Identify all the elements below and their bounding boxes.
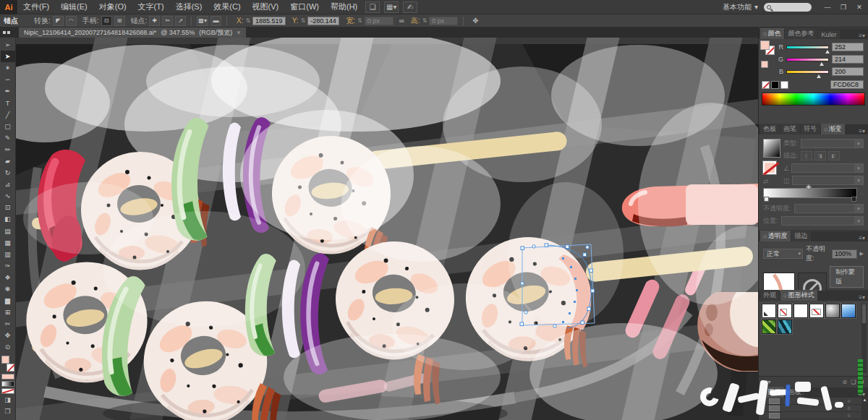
eyedropper-tool[interactable]: ✑ <box>1 260 15 272</box>
fill-stroke-proxy[interactable] <box>1 355 15 372</box>
last-color-swatch[interactable] <box>761 61 768 68</box>
green-texture-style[interactable] <box>762 320 776 334</box>
menu-item-7[interactable]: 窗口(W) <box>284 0 325 14</box>
close-document-icon[interactable]: × <box>237 29 240 36</box>
restore-button[interactable]: ❐ <box>836 1 851 13</box>
color-menu-icon[interactable]: ≡▾ <box>856 33 868 39</box>
menu-item-1[interactable]: 编辑(E) <box>55 0 93 14</box>
none-swatch[interactable] <box>762 81 770 89</box>
white-swatch[interactable] <box>780 81 788 89</box>
default-style[interactable] <box>762 304 776 318</box>
gradient-slider[interactable] <box>763 188 857 198</box>
styles-tab-1[interactable]: ◇图形样式 <box>780 290 817 301</box>
search-input[interactable] <box>764 3 812 12</box>
menu-item-0[interactable]: 文件(F) <box>17 0 55 14</box>
fill-proxy[interactable] <box>760 40 770 50</box>
lasso-tool[interactable]: ∽ <box>1 74 15 85</box>
menu-item-5[interactable]: 效果(C) <box>208 0 246 14</box>
pencil-tool[interactable]: ✏ <box>1 144 15 155</box>
fills-offset-style[interactable] <box>809 304 824 318</box>
gradient-midpoint[interactable] <box>805 184 811 190</box>
draw-mode-button[interactable]: ◨ <box>1 394 15 406</box>
workspace-switcher[interactable]: 基本功能 ▾ <box>717 2 764 12</box>
x-stepper[interactable]: ⇅ <box>245 17 250 24</box>
paintbrush-tool[interactable]: ✎ <box>1 132 15 144</box>
hand-tool[interactable]: ✥ <box>1 330 15 341</box>
styles-tab-0[interactable]: 外观 <box>760 290 780 301</box>
perspective-grid-tool[interactable]: ▤ <box>1 226 15 237</box>
artwork-canvas[interactable] <box>16 38 758 420</box>
gradient-location-field[interactable]: ▾ <box>781 216 864 226</box>
scroll-up-icon[interactable]: ▲ <box>863 398 867 402</box>
transparency-tab-1[interactable]: 描边 <box>791 231 811 241</box>
channel-slider[interactable] <box>786 46 829 49</box>
document-tab[interactable]: Nipic_12106414_20200727164818426088.ai* … <box>19 27 246 38</box>
y-stepper[interactable]: ⇅ <box>301 17 306 24</box>
blue-gradient-style[interactable] <box>841 304 856 318</box>
make-mask-button[interactable]: 制作蒙版 <box>830 266 864 288</box>
gradient-mode-button[interactable] <box>1 381 14 387</box>
slider-thumb[interactable] <box>820 62 824 66</box>
isolate-mask-icon[interactable]: ▩▾ <box>197 16 208 26</box>
swatch-group-tab-0[interactable]: 色板 <box>760 124 780 134</box>
direct-selection-tool[interactable]: ➤ <box>1 51 15 62</box>
add-anchor-icon[interactable]: ✚ <box>149 16 160 26</box>
teal-texture-style[interactable] <box>778 320 792 334</box>
color-proxy[interactable] <box>759 39 776 74</box>
layer-row[interactable]: ○ <box>759 398 868 405</box>
width-field[interactable]: 0 px <box>365 17 393 25</box>
stroke-across-icon[interactable]: ◧ <box>828 151 840 160</box>
white-style[interactable] <box>793 304 808 318</box>
layer-target-icon[interactable]: ○ <box>842 406 855 411</box>
hide-handles-icon[interactable]: ⊞ <box>114 16 125 26</box>
blend-tool[interactable]: ❖ <box>1 272 15 283</box>
connect-anchor-icon[interactable]: ➚ <box>175 16 186 26</box>
close-button[interactable]: ✕ <box>852 1 867 13</box>
gradient-angle-field[interactable]: ▾ <box>791 163 864 173</box>
free-transform-tool[interactable]: ⊡ <box>1 202 15 213</box>
layers-tab-0[interactable]: ◇图层 <box>760 387 784 398</box>
gray-sphere-style[interactable] <box>825 304 840 318</box>
menu-item-4[interactable]: 选择(S) <box>170 0 208 14</box>
layer-target-icon[interactable]: ○ <box>842 413 855 418</box>
link-dimensions-icon[interactable]: ∞ <box>399 17 404 25</box>
swatch-group-tab-3[interactable]: ◇渐变 <box>821 124 845 134</box>
gradient-stop-right[interactable] <box>851 197 856 202</box>
slice-tool[interactable]: ✂ <box>1 318 15 330</box>
swatch-group-tab-1[interactable]: 画笔 <box>780 124 800 134</box>
transparency-tab-0[interactable]: ◇透明度 <box>760 231 791 241</box>
layer-row[interactable]: ○ <box>759 412 868 419</box>
stroke-along-icon[interactable]: ◨ <box>814 151 826 160</box>
color-tab-1[interactable]: 颜色参考 <box>785 28 817 39</box>
remove-anchor-icon[interactable]: ✂ <box>162 16 173 26</box>
gradient-opacity-field[interactable]: ▾ <box>794 204 864 213</box>
channel-slider[interactable] <box>786 70 829 74</box>
magic-wand-tool[interactable]: ✶ <box>1 62 15 74</box>
zoom-tool[interactable]: ⊙ <box>1 341 15 353</box>
gradient-thumbnail[interactable] <box>763 139 780 158</box>
swatch-group-menu-icon[interactable]: ≡▾ <box>856 128 868 134</box>
styles-menu-icon[interactable]: ≡▾ <box>856 294 868 301</box>
menu-item-8[interactable]: 帮助(H) <box>325 0 363 14</box>
reverse-gradient-icon[interactable]: ⇄ <box>763 178 783 185</box>
x-field[interactable]: 1885.519 <box>252 17 286 25</box>
channel-value-field[interactable]: 200 <box>832 67 864 76</box>
layers-tab-1[interactable]: 画板 <box>785 387 804 398</box>
layers-scrollbar[interactable]: ▲ <box>861 398 868 420</box>
convert-to-smooth-icon[interactable]: ◠ <box>66 16 77 26</box>
gradient-type-dropdown[interactable]: ▾ <box>801 139 864 148</box>
minimize-button[interactable]: — <box>820 1 835 13</box>
pen-tool[interactable]: ✒ <box>1 85 15 97</box>
color-tab-2[interactable]: Kuler <box>818 30 840 39</box>
convert-to-corner-icon[interactable]: ◤ <box>53 16 64 26</box>
bridge-icon[interactable]: ❏ <box>365 1 380 13</box>
style-libraries-icon[interactable]: ▤▾ <box>762 379 771 385</box>
type-tool[interactable]: T <box>1 97 15 108</box>
mesh-tool[interactable]: ▦ <box>1 237 15 249</box>
gradient-fill-swatch-none[interactable] <box>763 161 776 174</box>
width-stepper[interactable]: ⇅ <box>357 17 362 24</box>
stroke-line-icon[interactable]: ▬ <box>210 16 221 26</box>
blend-mode-dropdown[interactable]: 正常▾ <box>763 249 803 259</box>
app-logo[interactable]: Ai <box>0 0 17 14</box>
fill-swatch[interactable] <box>1 356 9 364</box>
